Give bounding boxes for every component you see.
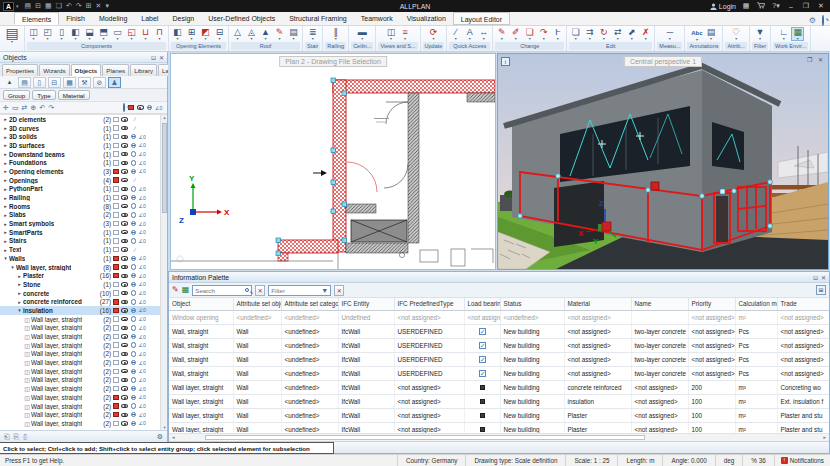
selection-checkbox-icon[interactable]	[113, 203, 119, 209]
tree-row-wall-layer-straight-31[interactable]: ◫Wall layer, straight(2)∠0	[0, 384, 167, 393]
filter-icon[interactable]: ▼▾	[753, 28, 766, 40]
tree-row-wall-layer-straight-17[interactable]: ▾Wall layer, straight(8)∠0	[0, 263, 167, 272]
visibility-eye-icon[interactable]	[121, 395, 128, 399]
visibility-eye-icon[interactable]	[121, 152, 128, 156]
selection-checkbox-icon[interactable]	[113, 369, 119, 375]
expander-icon[interactable]: ▸	[2, 116, 9, 122]
minimize-button[interactable]: –	[786, 3, 796, 10]
expander-icon[interactable]: ▸	[2, 151, 9, 157]
globe-icon[interactable]	[131, 221, 137, 227]
zoom-to-icon[interactable]: ✛	[3, 104, 9, 112]
selection-checkbox-icon[interactable]	[113, 351, 119, 357]
allplan-logo-icon[interactable]: A	[3, 2, 14, 11]
upstand-icon[interactable]: ⬒▾	[97, 28, 110, 40]
globe-icon[interactable]	[131, 412, 137, 418]
selection-checkbox-icon[interactable]	[113, 186, 119, 192]
abc-label-icon[interactable]: Abc▾	[690, 28, 703, 41]
tree-row-foundations-5[interactable]: ▸Foundations(1)∠0	[0, 158, 167, 167]
view-info-icon[interactable]: i	[501, 57, 510, 66]
expander-icon[interactable]: ▸	[2, 221, 9, 227]
table-row[interactable]: Wall, straightWall<undefined>IfcWallUSER…	[169, 366, 829, 380]
selection-checkbox-icon[interactable]	[113, 247, 119, 253]
tree-row-pythonpart-8[interactable]: ▸PythonPart(1)∠0	[0, 185, 167, 194]
frame-icon[interactable]: ▭	[12, 104, 19, 112]
close-palette-icon[interactable]: ✕	[159, 54, 164, 61]
tree-row-text-15[interactable]: ▸Text(1)∕	[0, 245, 167, 254]
tree-row-smart-symbols-12[interactable]: ▸Smart symbols(3)∠0	[0, 219, 167, 228]
globe-icon[interactable]	[131, 386, 137, 392]
sort-by-user-icon[interactable]: ♟	[108, 77, 121, 88]
roof-covering-icon[interactable]: ▲▾	[259, 28, 272, 40]
globe-icon[interactable]	[131, 212, 137, 218]
tree-row-slabs-11[interactable]: ▸Slabs(2)∠0	[0, 211, 167, 220]
selection-checkbox-icon[interactable]	[113, 169, 119, 175]
visibility-eye-icon[interactable]	[121, 256, 128, 260]
magnify-column-icon[interactable]	[123, 104, 125, 111]
visibility-eye-icon[interactable]	[121, 230, 128, 234]
visibility-eye-icon[interactable]	[121, 187, 128, 191]
selection-checkbox-icon[interactable]	[113, 377, 119, 383]
expander-icon[interactable]: ▸	[2, 186, 9, 192]
criteria-button-type[interactable]: Type	[32, 90, 55, 100]
menu-tab-elements[interactable]: Elements	[14, 12, 59, 25]
expander-icon[interactable]: ▾	[9, 264, 16, 270]
roof-icon[interactable]: △▾	[231, 28, 244, 40]
globe-icon[interactable]	[131, 186, 137, 192]
selection-checkbox-icon[interactable]	[113, 316, 119, 322]
visibility-eye-icon[interactable]	[121, 247, 128, 251]
menu-tab-layout-editor[interactable]: Layout Editor	[453, 12, 510, 25]
column-header-trade[interactable]: Trade	[777, 298, 829, 310]
wall-profile-icon[interactable]: ◰▾	[41, 28, 54, 40]
selection-checkbox-icon[interactable]	[113, 117, 119, 123]
table-row[interactable]: Wall layer, straightWall<undefined>IfcWa…	[169, 422, 829, 433]
visibility-eye-icon[interactable]	[121, 126, 128, 130]
visibility-eye-icon[interactable]	[121, 265, 128, 269]
perspective-viewport[interactable]: Central perspective 1 i ❐ ✕	[497, 53, 829, 270]
search-input[interactable]	[195, 287, 243, 294]
tree-row-2d-elements-0[interactable]: ▸2D elements(2)∕	[0, 115, 167, 124]
menu-tab-visualization[interactable]: Visualization	[400, 12, 453, 25]
table-hscrollbar[interactable]: ◄►	[169, 433, 829, 441]
selection-checkbox-icon[interactable]	[113, 403, 119, 409]
load-bearing-partial-icon[interactable]	[480, 413, 485, 418]
sort-material-icon[interactable]: ▦	[63, 77, 76, 88]
tree-row-plaster-18[interactable]: ▸Plaster(16)∠0	[0, 271, 167, 280]
tree-row-openings-7[interactable]: ▸Openings(4)∕	[0, 176, 167, 185]
tree-row-wall-layer-straight-26[interactable]: ◫Wall layer, straight(2)∠0	[0, 341, 167, 350]
tree-row-3d-surfaces-3[interactable]: ▸3D surfaces(1)∠0	[0, 141, 167, 150]
table-row[interactable]: Wall layer, straightWall<undefined>IfcWa…	[169, 394, 829, 408]
sort-layer-icon[interactable]: ⊟	[48, 77, 61, 88]
palette-options-icon[interactable]: ⊞	[816, 285, 826, 295]
rotate-icon[interactable]: ↻▾	[597, 28, 610, 40]
load-bearing-checked-icon[interactable]	[479, 370, 486, 377]
selection-checkbox-icon[interactable]	[113, 299, 119, 305]
logo-dropdown-icon[interactable]: ▾	[16, 3, 19, 9]
globe-icon[interactable]	[131, 377, 137, 383]
selection-checkbox-icon[interactable]	[113, 143, 119, 149]
criteria-button-material[interactable]: Material	[58, 90, 90, 100]
pin-icon[interactable]: ⊡	[151, 54, 156, 61]
selection-checkbox-icon[interactable]	[113, 230, 119, 236]
menu-tab-design[interactable]: Design	[165, 12, 201, 25]
globe-icon[interactable]	[131, 299, 137, 305]
insert-component-icon[interactable]: ⊔▾	[139, 28, 152, 40]
objects-tree[interactable]: ▲▼ ▸2D elements(2)∕▸3D curves(1)∕▸3D sol…	[0, 114, 167, 430]
expander-icon[interactable]: ▾	[2, 255, 9, 261]
line-icon[interactable]: ∕▾	[449, 28, 462, 40]
resize-icon[interactable]: ⬈▾	[625, 28, 638, 40]
open-icon[interactable]: ⊟	[35, 2, 41, 9]
selection-checkbox-icon[interactable]	[113, 421, 119, 427]
roof-frame-icon[interactable]: ◬▾	[245, 28, 258, 40]
tree-row-wall-layer-straight-32[interactable]: ◫Wall layer, straight(2)∠0	[0, 393, 167, 402]
palette-close-icon[interactable]: ✕	[821, 274, 826, 281]
report-icon[interactable]: ▯	[23, 433, 27, 441]
column-header-ifc-entity[interactable]: IFC Entity	[338, 298, 394, 310]
selection-checkbox-icon[interactable]	[113, 282, 119, 288]
globe-icon[interactable]	[131, 290, 137, 296]
globe-icon[interactable]	[131, 403, 137, 409]
visibility-eye-icon[interactable]	[121, 378, 128, 382]
globe-icon[interactable]	[131, 134, 137, 140]
table-row[interactable]: Window opening<undefined><undefined>Unde…	[169, 310, 829, 324]
globe-icon[interactable]	[131, 151, 137, 157]
globe-icon[interactable]	[131, 360, 137, 366]
